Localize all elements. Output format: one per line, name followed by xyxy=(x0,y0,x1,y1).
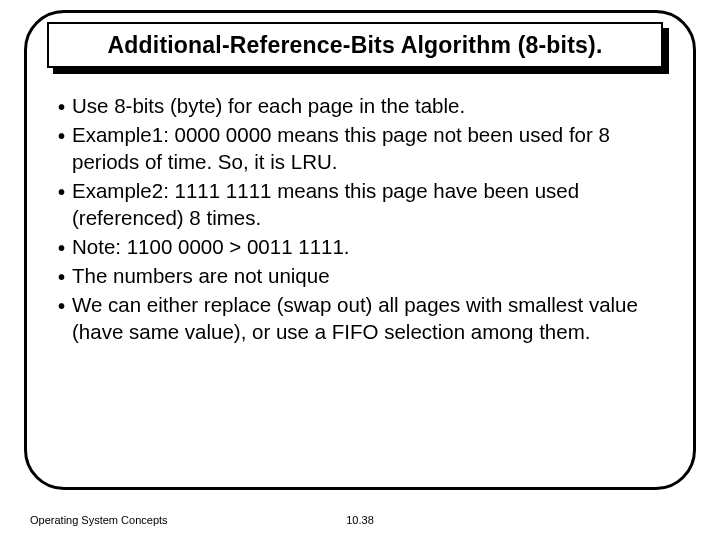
bullet-text: Use 8-bits (byte) for each page in the t… xyxy=(72,92,668,119)
bullet-icon xyxy=(58,92,72,119)
bullet-icon xyxy=(58,121,72,148)
slide: Additional-Reference-Bits Algorithm (8-b… xyxy=(0,0,720,540)
bullet-icon xyxy=(58,262,72,289)
content-area: Use 8-bits (byte) for each page in the t… xyxy=(58,92,668,347)
list-item: The numbers are not unique xyxy=(58,262,668,289)
list-item: We can either replace (swap out) all pag… xyxy=(58,291,668,345)
bullet-text: We can either replace (swap out) all pag… xyxy=(72,291,668,345)
bullet-icon xyxy=(58,233,72,260)
list-item: Note: 1100 0000 > 0011 1111. xyxy=(58,233,668,260)
list-item: Use 8-bits (byte) for each page in the t… xyxy=(58,92,668,119)
bullet-text: Example1: 0000 0000 means this page not … xyxy=(72,121,668,175)
list-item: Example2: 1111 1111 means this page have… xyxy=(58,177,668,231)
bullet-text: Example2: 1111 1111 means this page have… xyxy=(72,177,668,231)
slide-title: Additional-Reference-Bits Algorithm (8-b… xyxy=(108,32,603,59)
bullet-text: The numbers are not unique xyxy=(72,262,668,289)
bullet-icon xyxy=(58,177,72,204)
bullet-text: Note: 1100 0000 > 0011 1111. xyxy=(72,233,668,260)
footer-page-number: 10.38 xyxy=(0,514,720,526)
list-item: Example1: 0000 0000 means this page not … xyxy=(58,121,668,175)
bullet-icon xyxy=(58,291,72,318)
title-box: Additional-Reference-Bits Algorithm (8-b… xyxy=(47,22,663,68)
